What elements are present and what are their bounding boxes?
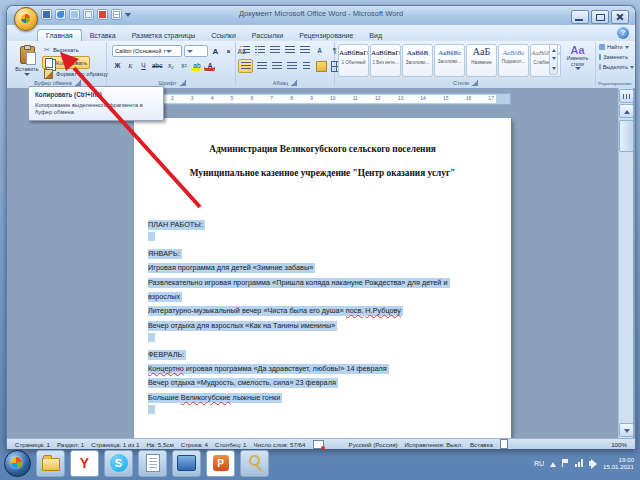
styles-gallery-scroll[interactable] bbox=[549, 44, 558, 75]
sort-button[interactable]: А bbox=[313, 44, 326, 56]
dialog-launcher-icon[interactable] bbox=[291, 80, 297, 86]
status-item[interactable]: Страница: 1 из 1 bbox=[91, 441, 139, 448]
vertical-scrollbar[interactable] bbox=[618, 88, 633, 438]
font-size-combo[interactable] bbox=[184, 45, 208, 57]
network-icon[interactable] bbox=[575, 459, 583, 467]
highlight-button[interactable]: ab bbox=[191, 60, 202, 71]
status-item[interactable]: На: 5,5см bbox=[146, 441, 173, 448]
scroll-down-button[interactable] bbox=[619, 423, 634, 437]
document-line[interactable]: Вечер отдыха для взрослых «Как на Танины… bbox=[148, 319, 505, 333]
insert-mode-status[interactable]: Вставка bbox=[470, 441, 493, 448]
grow-font-button[interactable]: А bbox=[210, 46, 221, 57]
align-center-button[interactable] bbox=[255, 60, 268, 72]
help-icon[interactable]: ? bbox=[617, 27, 629, 39]
scrollbar-thumb[interactable] bbox=[619, 120, 634, 152]
action-center-icon[interactable] bbox=[562, 459, 569, 467]
track-changes-status[interactable]: Исправления: Выкл. bbox=[405, 441, 463, 448]
explorer-button[interactable] bbox=[36, 450, 65, 477]
editing-button[interactable]: Выделить bbox=[596, 62, 634, 72]
document-heading[interactable]: Муниципальное казенное учреждение "Центр… bbox=[134, 168, 511, 178]
word-document-button[interactable] bbox=[138, 450, 167, 477]
skype-button[interactable]: S bbox=[104, 450, 133, 477]
align-left-button[interactable] bbox=[238, 59, 253, 73]
align-right-button[interactable] bbox=[270, 60, 283, 72]
superscript-button[interactable]: х² bbox=[178, 60, 189, 71]
status-item[interactable]: Страница: 1 bbox=[15, 441, 50, 448]
clock[interactable]: 19:00 15.01.2021 bbox=[603, 456, 634, 471]
decrease-indent-button[interactable] bbox=[283, 44, 296, 56]
yandex-button[interactable]: Y bbox=[70, 450, 99, 477]
customize-qat-icon[interactable] bbox=[125, 13, 131, 20]
editing-button[interactable]: Заменить bbox=[596, 52, 634, 62]
start-button[interactable] bbox=[4, 450, 31, 477]
document-line[interactable]: Игровая программа для детей «Зимние заба… bbox=[148, 261, 505, 275]
scroll-up-icon[interactable] bbox=[552, 47, 556, 52]
document-line[interactable]: взрослых bbox=[148, 290, 505, 304]
style-tile[interactable]: АаВбВвГг 1 Без инте... bbox=[370, 44, 401, 77]
undo-icon[interactable] bbox=[55, 9, 66, 20]
ribbon-tab[interactable]: Рассылки bbox=[244, 30, 291, 41]
ribbon-tab[interactable]: Вид bbox=[361, 30, 390, 41]
italic-button[interactable]: К bbox=[125, 60, 136, 71]
status-item[interactable]: Столбец: 1 bbox=[215, 441, 247, 448]
bold-button[interactable]: Ж bbox=[112, 60, 123, 71]
numbering-button[interactable] bbox=[253, 44, 266, 56]
view-ruler-button[interactable] bbox=[619, 89, 634, 103]
document-line[interactable]: ЯНВАРЬ: bbox=[148, 247, 505, 261]
ribbon-tab[interactable]: Разметка страницы bbox=[124, 30, 204, 41]
print-preview-icon[interactable] bbox=[83, 9, 94, 20]
style-tile[interactable]: АаБ Название bbox=[466, 44, 497, 77]
font-name-combo[interactable]: Calibri (Основной т bbox=[112, 45, 182, 57]
document-line[interactable]: ФЕВРАЛЬ: bbox=[148, 348, 505, 362]
spelling-icon[interactable] bbox=[97, 9, 108, 20]
document-line[interactable] bbox=[148, 232, 505, 246]
ribbon-tab[interactable]: Рецензирование bbox=[291, 30, 361, 41]
powerpoint-button[interactable]: P bbox=[206, 450, 235, 477]
status-item[interactable]: Раздел: 1 bbox=[57, 441, 84, 448]
media-app-button[interactable] bbox=[172, 450, 201, 477]
document-line[interactable]: Литературно-музыкальный вечер «Чиста был… bbox=[148, 304, 505, 318]
editing-button[interactable]: Найти bbox=[596, 42, 634, 52]
multilevel-list-button[interactable] bbox=[268, 44, 281, 56]
horizontal-ruler[interactable]: 1234567891011121314151617 bbox=[134, 93, 511, 105]
style-tile[interactable]: АаВбВвГг 1 Обычный bbox=[338, 44, 369, 77]
document-heading[interactable]: Администрация Великогубского сельского п… bbox=[134, 144, 511, 154]
line-spacing-button[interactable] bbox=[300, 60, 313, 72]
justify-button[interactable] bbox=[285, 60, 298, 72]
font-color-button[interactable]: А bbox=[204, 60, 215, 71]
ribbon-tab[interactable]: Главная bbox=[37, 29, 82, 41]
document-line[interactable] bbox=[148, 333, 505, 347]
shrink-font-button[interactable]: а bbox=[223, 46, 234, 57]
close-button[interactable] bbox=[611, 10, 629, 24]
document-line[interactable]: ПЛАН РАБОТЫ: bbox=[148, 218, 505, 232]
style-tile[interactable]: АаВбВс Заголово... bbox=[434, 44, 465, 77]
subscript-button[interactable]: х₂ bbox=[165, 60, 176, 71]
scroll-down-icon[interactable] bbox=[552, 57, 556, 62]
language-status[interactable]: Русский (Россия) bbox=[349, 441, 398, 448]
status-item[interactable]: Число слов: 57/64 bbox=[254, 441, 306, 448]
underline-button[interactable]: Ч bbox=[138, 60, 149, 71]
style-tile[interactable]: АаВбВ Заголово... bbox=[402, 44, 433, 77]
ribbon-tab[interactable]: Вставка bbox=[82, 30, 124, 41]
document-line[interactable]: Вечер отдыха «Мудрость, смелость, сила» … bbox=[148, 376, 505, 390]
language-indicator[interactable]: RU bbox=[534, 460, 544, 467]
change-styles-button[interactable]: Аа Изменить стили bbox=[562, 44, 593, 75]
paste-button[interactable]: Вставить bbox=[12, 44, 42, 77]
minimize-button[interactable] bbox=[571, 10, 589, 24]
redo-icon[interactable] bbox=[69, 9, 80, 20]
office-button[interactable] bbox=[14, 7, 38, 31]
save-icon[interactable] bbox=[41, 9, 52, 20]
maximize-button[interactable] bbox=[591, 10, 609, 24]
bullets-button[interactable] bbox=[238, 44, 251, 56]
hidden-icons-icon[interactable] bbox=[550, 459, 556, 467]
shading-button[interactable] bbox=[315, 60, 328, 72]
draw-table-icon[interactable] bbox=[111, 9, 122, 20]
strikethrough-button[interactable]: abc bbox=[151, 60, 163, 71]
document-line[interactable]: Развлекательно игровая программа «Пришла… bbox=[148, 276, 505, 290]
cut-button[interactable]: ✂ Вырезать bbox=[42, 44, 81, 55]
document-page[interactable]: Администрация Великогубского сельского п… bbox=[134, 118, 511, 438]
scroll-up-button[interactable] bbox=[619, 104, 634, 118]
style-tile[interactable]: АаВбВв Подзагол... bbox=[498, 44, 529, 77]
dialog-launcher-icon[interactable] bbox=[472, 80, 478, 86]
document-line[interactable]: Концертно игровая программа «Да здравств… bbox=[148, 362, 505, 376]
